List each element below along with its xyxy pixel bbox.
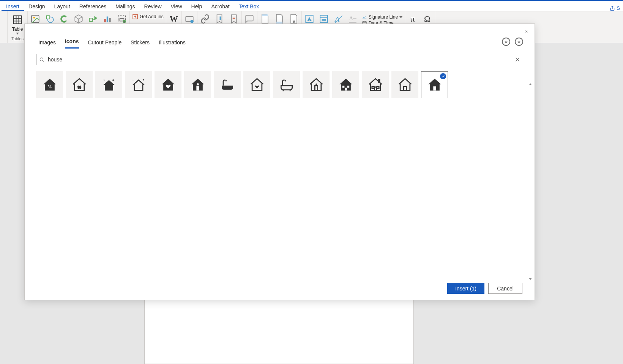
dropcap-icon: A	[348, 14, 358, 24]
svg-rect-69	[374, 87, 377, 90]
svg-rect-9	[46, 16, 50, 19]
page-number-button[interactable]: #	[289, 14, 299, 24]
get-addins-button[interactable]: Get Add-ins	[132, 14, 164, 20]
wordart-icon: A	[333, 14, 343, 24]
symbol-button[interactable]: Ω	[422, 14, 432, 24]
smartart-button[interactable]	[88, 14, 98, 24]
ribbon-tab-review[interactable]: Review	[140, 2, 166, 11]
icon-tile-house-heart-solid[interactable]	[155, 71, 181, 98]
equation-button[interactable]: π	[407, 14, 418, 24]
house-sparkle-outline-icon	[130, 77, 147, 93]
ribbon-tab-layout[interactable]: Layout	[50, 2, 75, 11]
header-button[interactable]	[260, 14, 270, 24]
tables-group-label: Tables	[11, 36, 24, 41]
clear-search-button[interactable]	[515, 57, 520, 62]
svg-rect-70	[404, 86, 406, 90]
chevron-down-icon	[16, 33, 19, 35]
icon-tile-bathtub-outline[interactable]	[273, 71, 300, 98]
footer-icon	[275, 14, 284, 24]
svg-text:%: %	[77, 85, 80, 89]
share-icon	[610, 6, 615, 11]
signature-line-button[interactable]: Signature Line	[362, 14, 402, 20]
tab-icons[interactable]: Icons	[65, 38, 79, 49]
dropcap-button[interactable]: A	[347, 14, 358, 24]
icon-tile-house-simple-outline[interactable]	[391, 71, 418, 98]
ribbon-tab-design[interactable]: Design	[24, 2, 50, 11]
search-input[interactable]	[36, 54, 523, 65]
wikipedia-button[interactable]: W	[169, 14, 179, 24]
icon-tile-bathtub-solid[interactable]	[214, 71, 241, 98]
ribbon-tab-acrobat[interactable]: Acrobat	[207, 2, 234, 11]
insert-button[interactable]: Insert (1)	[447, 283, 484, 294]
scroll-down-icon[interactable]	[528, 276, 533, 282]
icon-tile-house-solid[interactable]	[421, 71, 448, 98]
shapes-button[interactable]	[44, 14, 55, 24]
tab-cutout-people[interactable]: Cutout People	[88, 39, 122, 49]
ribbon-tab-references[interactable]: References	[75, 2, 111, 11]
crossref-button[interactable]	[229, 14, 239, 24]
icons-button[interactable]	[59, 14, 69, 24]
ribbon-tab-textbox[interactable]: Text Box	[234, 2, 264, 11]
icon-tile-house-heart-outline[interactable]	[243, 71, 270, 98]
share-label: S	[617, 5, 620, 11]
scroll-up-icon[interactable]	[528, 82, 533, 87]
icon-tile-house-sparkle-solid[interactable]	[95, 71, 122, 98]
ribbon-tab-mailings[interactable]: Mailings	[111, 2, 139, 11]
svg-rect-64	[347, 85, 349, 88]
smartart-icon	[88, 14, 98, 24]
icon-tile-house-percent-outline[interactable]: %	[66, 71, 93, 98]
link-button[interactable]	[200, 14, 210, 24]
feedback-sad-button[interactable]	[515, 38, 523, 46]
share-button[interactable]: S	[608, 5, 621, 11]
icon-results: % %	[25, 65, 535, 104]
tab-stickers[interactable]: Stickers	[131, 39, 150, 49]
icon-tile-house-chimney-outline[interactable]	[362, 71, 389, 98]
icons-dialog: Images Icons Cutout People Stickers Illu…	[24, 24, 535, 300]
bathtub-outline-icon	[278, 77, 295, 93]
ribbon-tab-view[interactable]: View	[166, 2, 187, 11]
svg-point-56	[197, 83, 199, 85]
table-icon	[12, 14, 23, 25]
house-solid-icon	[426, 77, 443, 93]
tab-images[interactable]: Images	[38, 39, 56, 49]
svg-point-47	[518, 41, 518, 41]
footer-button[interactable]	[274, 14, 285, 24]
icons-icon	[59, 14, 69, 24]
3dmodels-button[interactable]	[73, 14, 84, 24]
ribbon-tab-help[interactable]: Help	[187, 2, 207, 11]
feedback-happy-button[interactable]	[502, 38, 510, 46]
house-sparkle-icon	[101, 77, 117, 93]
screenshot-icon: +	[117, 14, 127, 24]
ribbon-tab-insert[interactable]: Insert	[2, 2, 24, 11]
table-button[interactable]: Table	[10, 14, 25, 35]
svg-rect-24	[262, 14, 268, 16]
icon-tile-house-percent-solid[interactable]: %	[36, 71, 63, 98]
quickparts-button[interactable]	[319, 14, 329, 24]
svg-point-45	[505, 41, 505, 41]
bookmark-button[interactable]	[214, 14, 225, 24]
icon-tile-house-door-outline[interactable]	[303, 71, 330, 98]
chart-button[interactable]	[102, 14, 113, 24]
textbox-button[interactable]: A	[304, 14, 315, 24]
wordart-button[interactable]: A	[333, 14, 344, 24]
svg-point-48	[520, 41, 520, 41]
selected-check-icon	[440, 73, 446, 79]
svg-text:A: A	[334, 15, 339, 23]
house-percent-icon: %	[41, 77, 58, 93]
pictures-button[interactable]	[30, 14, 41, 24]
house-door-outline-icon	[308, 77, 325, 93]
svg-rect-61	[315, 85, 317, 90]
signature-line-label: Signature Line	[369, 14, 398, 20]
feedback-buttons	[502, 38, 523, 46]
svg-point-22	[190, 20, 194, 23]
cancel-button[interactable]: Cancel	[488, 283, 522, 294]
comment-button[interactable]	[244, 14, 255, 24]
icon-tile-house-windows-solid[interactable]	[332, 71, 359, 98]
icon-tile-house-door-solid[interactable]	[184, 71, 211, 98]
icon-tile-house-sparkle-outline[interactable]	[125, 71, 152, 98]
online-video-button[interactable]	[184, 14, 195, 24]
screenshot-button[interactable]: +	[117, 14, 127, 24]
dialog-actions: Insert (1) Cancel	[447, 283, 522, 294]
pagenum-icon: #	[289, 14, 298, 24]
tab-illustrations[interactable]: Illustrations	[159, 39, 186, 49]
